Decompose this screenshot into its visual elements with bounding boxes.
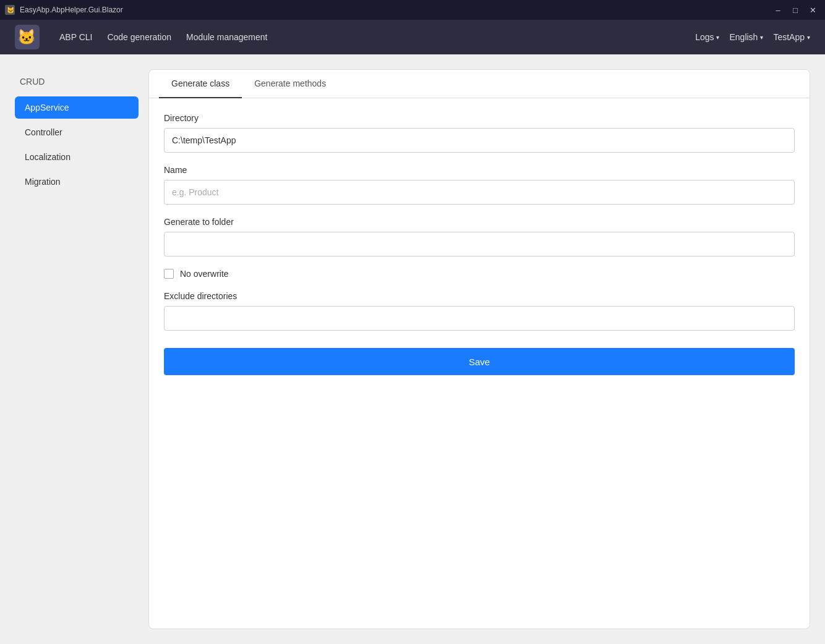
generate-to-folder-label: Generate to folder (164, 217, 795, 227)
no-overwrite-row: No overwrite (164, 269, 795, 279)
tab-generate-class[interactable]: Generate class (159, 70, 242, 98)
sidebar-item-localization[interactable]: Localization (15, 146, 139, 168)
nav-language-label: English (729, 32, 758, 42)
svg-text:🐱: 🐱 (7, 6, 15, 14)
nav-app-label: TestApp (773, 32, 805, 42)
title-bar-text: EasyAbp.AbpHelper.Gui.Blazor (20, 6, 123, 14)
main-content: CRUD AppService Controller Localization … (0, 54, 825, 644)
tabs: Generate class Generate methods (149, 70, 810, 98)
sidebar-item-appservice[interactable]: AppService (15, 96, 139, 119)
sidebar: CRUD AppService Controller Localization … (15, 69, 139, 629)
directory-input[interactable] (164, 128, 795, 153)
nav-links: ABP CLI Code generation Module managemen… (59, 30, 695, 44)
nav-language-dropdown[interactable]: English ▾ (729, 32, 763, 42)
sidebar-item-controller[interactable]: Controller (15, 121, 139, 143)
form-area: Directory Name Generate to folder No ove… (149, 98, 810, 390)
generate-to-folder-group: Generate to folder (164, 217, 795, 256)
nav-logs-dropdown[interactable]: Logs ▾ (695, 32, 719, 42)
minimize-button[interactable]: – (771, 4, 785, 16)
top-nav: 🐱 ABP CLI Code generation Module managem… (0, 20, 825, 54)
svg-text:🐱: 🐱 (17, 28, 36, 46)
sidebar-section-label: CRUD (15, 74, 139, 94)
name-label: Name (164, 165, 795, 175)
save-button[interactable]: Save (164, 348, 795, 375)
nav-logs-label: Logs (695, 32, 714, 42)
no-overwrite-label: No overwrite (180, 269, 229, 279)
name-input[interactable] (164, 180, 795, 205)
app-chevron-icon: ▾ (807, 34, 810, 41)
exclude-directories-label: Exclude directories (164, 291, 795, 301)
exclude-directories-group: Exclude directories (164, 291, 795, 331)
title-bar: 🐱 EasyAbp.AbpHelper.Gui.Blazor – □ ✕ (0, 0, 825, 20)
title-bar-controls: – □ ✕ (771, 4, 820, 16)
app-icon: 🐱 (5, 5, 15, 15)
exclude-directories-input[interactable] (164, 306, 795, 331)
generate-to-folder-input[interactable] (164, 232, 795, 256)
nav-app-dropdown[interactable]: TestApp ▾ (773, 32, 810, 42)
nav-code-generation[interactable]: Code generation (107, 30, 171, 44)
maximize-button[interactable]: □ (788, 4, 803, 16)
content-panel: Generate class Generate methods Director… (148, 69, 810, 629)
sidebar-item-migration[interactable]: Migration (15, 171, 139, 193)
app-logo: 🐱 (15, 25, 40, 49)
close-button[interactable]: ✕ (805, 4, 820, 16)
title-bar-left: 🐱 EasyAbp.AbpHelper.Gui.Blazor (5, 5, 123, 15)
nav-abp-cli[interactable]: ABP CLI (59, 30, 92, 44)
no-overwrite-checkbox[interactable] (164, 269, 174, 279)
nav-module-management[interactable]: Module management (186, 30, 268, 44)
directory-group: Directory (164, 113, 795, 153)
directory-label: Directory (164, 113, 795, 123)
tab-generate-methods[interactable]: Generate methods (242, 70, 338, 98)
language-chevron-icon: ▾ (760, 34, 763, 41)
logs-chevron-icon: ▾ (716, 34, 719, 41)
nav-right: Logs ▾ English ▾ TestApp ▾ (695, 32, 810, 42)
name-group: Name (164, 165, 795, 205)
